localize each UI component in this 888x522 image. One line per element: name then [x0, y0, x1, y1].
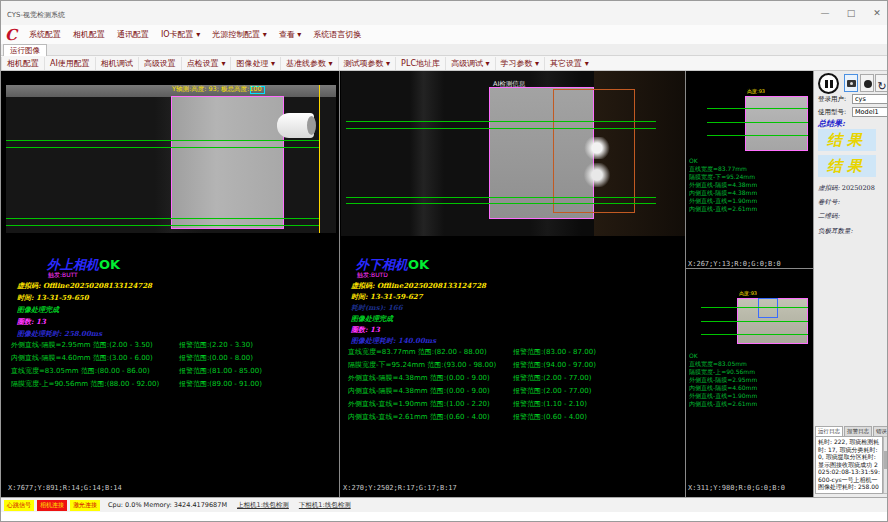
lens-icon — [864, 80, 872, 88]
app-logo-icon: C — [5, 27, 17, 43]
measurement-row: 直线宽度=83.05mm 范围:(80.00 - 86.00) 报警范围:(81… — [11, 365, 336, 378]
log-scrollbar[interactable] — [883, 436, 888, 494]
rb-baseline-3 — [701, 334, 808, 335]
left-camera-name: 外上相机 — [47, 257, 99, 272]
left-turns: 圈数: 13 — [17, 317, 46, 327]
titlebar: CYS-视觉检测系统 — □ ✕ — [1, 1, 888, 25]
login-user-input[interactable] — [852, 94, 888, 104]
pause-button[interactable] — [818, 73, 839, 94]
menu-item[interactable]: IO卡配置 ▾ — [155, 27, 206, 42]
lower-camera-status[interactable]: 下相机1:线包检测 — [299, 501, 351, 510]
log-scrollbar-thumb[interactable] — [884, 451, 887, 469]
left-time: 时间: 13-31-59-650 — [17, 293, 89, 303]
micro-line: 内侧直线-隔膜=4.60mm — [689, 384, 757, 392]
rt-baseline-2 — [707, 122, 808, 123]
measurement-value: 外侧直线-隔膜=2.95mm 范围:(2.00 - 3.50) — [11, 339, 179, 352]
toolbar-item[interactable]: 高级调试 ▾ — [445, 57, 495, 70]
toolbar-item[interactable]: 测试项参数 ▾ — [338, 57, 396, 70]
measurement-value: 直线宽度=83.77mm 范围:(82.00 - 88.00) — [348, 346, 513, 359]
left-done-text: 图像处理完成 — [17, 305, 59, 315]
left-cursor-status: X:7677;Y:891;R:14;G:14;B:14 — [8, 484, 122, 492]
measurement-alarm-range: 报警范围:(2.20 - 3.30) — [179, 339, 253, 352]
divider-center-right — [685, 71, 686, 497]
toolbar-item[interactable]: 学习参数 ▾ — [495, 57, 545, 70]
measurement-alarm-range: 报警范围:(1.10 - 2.10) — [513, 398, 587, 411]
model-input[interactable] — [852, 107, 888, 117]
center-baseline-2 — [346, 128, 656, 129]
right-bottom-cursor-status: X:311;Y:980;R:0;G:0;B:0 — [688, 484, 785, 492]
log-output[interactable]: 耗时: 222, 瑕疵检测耗时: 17, 瑕疵分类耗时: 0, 瑕疵提取分区耗时… — [815, 436, 883, 494]
window-title: CYS-视觉检测系统 — [7, 10, 65, 20]
toolbar-item[interactable]: 高级设置 — [138, 57, 181, 70]
left-virtual-code: 虚拟码: Offline20250208133124728 — [17, 281, 152, 291]
minimize-button[interactable]: — — [817, 7, 833, 20]
micro-line: 内侧直线-隔膜=4.38mm — [689, 189, 757, 197]
qr-code-field: 二维码: — [818, 212, 840, 221]
result-text-1: 结果 — [827, 131, 867, 149]
toolbar-item[interactable]: 其它设置 ▾ — [544, 57, 594, 70]
right-bottom-result-lines: OK直线宽度=83.05mm隔膜宽度-上=90.56mm外侧直线-隔膜=2.95… — [689, 352, 757, 408]
capture-button[interactable] — [860, 74, 874, 92]
measurement-alarm-range: 报警范围:(0.60 - 4.00) — [513, 411, 587, 424]
maximize-button[interactable]: □ — [843, 7, 859, 20]
divider-left-center — [339, 71, 340, 497]
measurement-value: 外侧直线-直线=1.90mm 范围:(1.00 - 2.20) — [348, 398, 513, 411]
center-highlight-1 — [584, 137, 610, 159]
menu-item[interactable]: 查看 ▾ — [273, 27, 308, 42]
measurement-alarm-range: 报警范围:(0.00 - 8.00) — [179, 352, 253, 365]
micro-line: OK — [689, 157, 757, 165]
upper-camera-status[interactable]: 上相机1:线包检测 — [237, 501, 289, 510]
measurement-value: 隔膜宽度-下=95.24mm 范围:(93.00 - 98.00) — [348, 359, 513, 372]
rb-baseline-1 — [701, 307, 808, 308]
menu-item[interactable]: 系统语言切换 — [307, 27, 367, 42]
close-button[interactable]: ✕ — [869, 7, 885, 20]
center-highlight-2 — [584, 163, 610, 187]
rt-baseline-3 — [707, 135, 808, 136]
toolbar-item[interactable]: 基准线参数 ▾ — [280, 57, 338, 70]
virtual-code-value: 20250208 — [842, 184, 875, 192]
menu-item[interactable]: 光源控制配置 ▾ — [206, 27, 273, 42]
negative-tab-count-label: 负极耳数量: — [818, 227, 853, 235]
toolbar-item[interactable]: AI使用配置 — [44, 57, 95, 70]
heartbeat-status-chip: 心跳信号 — [4, 500, 34, 511]
camera-tool-button[interactable] — [844, 74, 858, 92]
menu-item[interactable]: 相机配置 — [67, 27, 111, 42]
micro-line: 外侧直线-直线=1.90mm — [689, 392, 757, 400]
left-camera-result: OK — [99, 257, 120, 272]
measurement-row: 隔膜宽度-下=95.24mm 范围:(93.00 - 98.00) 报警范围:(… — [348, 359, 682, 372]
center-turns: 圈数: 13 — [351, 325, 380, 335]
toolbar-item[interactable]: 相机调试 — [95, 57, 138, 70]
app-window: CYS-视觉检测系统 — □ ✕ C 系统配置相机配置通讯配置IO卡配置 ▾光源… — [0, 0, 888, 522]
center-baseline-4 — [346, 203, 656, 204]
left-baseline-2 — [6, 147, 319, 148]
menu-item[interactable]: 系统配置 — [23, 27, 67, 42]
left-baseline-3 — [6, 218, 319, 219]
right-top-result-lines: OK直线宽度=83.77mm隔膜宽度-下=95.24mm外侧直线-隔膜=4.38… — [689, 157, 757, 213]
center-measurements: 直线宽度=83.77mm 范围:(82.00 - 88.00) 报警范围:(83… — [348, 346, 682, 424]
center-camera-trigger: 触发:BUTD — [357, 271, 388, 280]
toolbar-item[interactable]: 点检设置 ▾ — [181, 57, 231, 70]
virtual-code-field: 虚拟码: 20250208 — [818, 184, 875, 193]
measurement-row: 内侧直线-直线=2.61mm 范围:(0.60 - 4.00) 报警范围:(0.… — [348, 411, 682, 424]
result-box-2: 结果 — [818, 155, 876, 177]
center-camera-result: OK — [408, 257, 429, 272]
camera-icon — [847, 80, 856, 87]
toolbar-item[interactable]: 图像处理 ▾ — [230, 57, 280, 70]
left-battery-cell-region — [171, 96, 284, 229]
toolbar-item[interactable]: PLC地址库 — [395, 57, 445, 70]
left-overlay-note: Y轴测:高度: 93; 极总高度:100 — [172, 85, 262, 94]
menu-item[interactable]: 通讯配置 — [111, 27, 155, 42]
micro-line: 隔膜宽度-下=95.24mm — [689, 173, 757, 181]
rb-baseline-2 — [701, 321, 808, 322]
exit-button[interactable]: ↻ — [875, 74, 888, 92]
micro-line: 隔膜宽度-上=90.56mm — [689, 368, 757, 376]
toolbar-item[interactable]: 相机配置 — [1, 57, 44, 70]
result-box-1: 结果 — [818, 129, 876, 151]
measurement-value: 内侧直线-直线=2.61mm 范围:(0.60 - 4.00) — [348, 411, 513, 424]
measurement-value: 内侧直线-隔膜=4.60mm 范围:(3.00 - 6.00) — [11, 352, 179, 365]
qr-code-label: 二维码: — [818, 212, 840, 220]
micro-line: 外侧直线-隔膜=2.95mm — [689, 376, 757, 384]
micro-line: 直线宽度=83.77mm — [689, 165, 757, 173]
measurement-row: 外侧直线-隔膜=2.95mm 范围:(2.00 - 3.50) 报警范围:(2.… — [11, 339, 336, 352]
camera-connection-chip: 相机连接 — [37, 500, 67, 511]
